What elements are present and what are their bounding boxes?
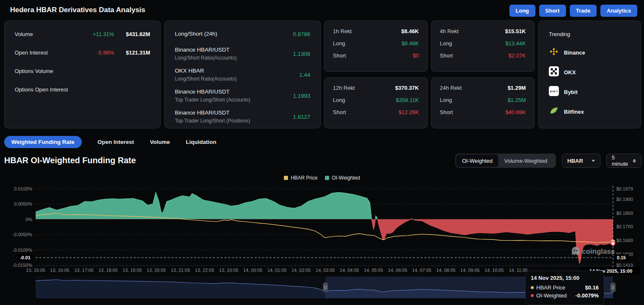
svg-text:-0.0150%: -0.0150% bbox=[13, 263, 32, 268]
ls-value: 1.8127 bbox=[293, 114, 310, 120]
svg-text:13, 20:05: 13, 20:05 bbox=[147, 268, 166, 273]
datazoom-handle[interactable] bbox=[323, 283, 328, 292]
trending-item-label: OKX bbox=[564, 69, 576, 76]
volume-label: Volume bbox=[15, 31, 33, 37]
options-open-interest-label: Options Open Interest bbox=[15, 86, 68, 93]
price-swatch bbox=[284, 176, 288, 180]
analytics-button[interactable]: Analytics bbox=[600, 5, 637, 17]
oi-weighted-dot-icon bbox=[531, 294, 534, 297]
trade-button[interactable]: Trade bbox=[570, 5, 597, 17]
ls-row: OKX HBARLong/Short Ratio(Accounts) 1.44 bbox=[175, 67, 310, 83]
open-interest-row: Open Interest -5.96% $121.31M bbox=[15, 50, 150, 56]
options-volume-label: Options Volume bbox=[15, 68, 53, 74]
trending-item-binance[interactable]: Binance bbox=[549, 47, 631, 57]
tab-volume[interactable]: Volume bbox=[150, 139, 170, 145]
rekt-title: 1h Rekt bbox=[333, 28, 352, 34]
chart-tabs: Weighted Funding Rate Open Interest Volu… bbox=[4, 136, 216, 148]
trending-item-label: Binance bbox=[564, 50, 585, 56]
rekt-total: $370.37K bbox=[395, 85, 419, 91]
chart-legend: HBAR Price OI-Weighted bbox=[0, 175, 644, 181]
svg-text:-0.0100%: -0.0100% bbox=[13, 248, 32, 253]
rekt-long-value: $358.11K bbox=[396, 97, 419, 103]
rekt-card-24h: 24h Rekt$1.29M Long$1.25M Short$40.69K bbox=[431, 77, 535, 128]
svg-text:0%: 0% bbox=[26, 217, 32, 222]
ls-sublabel: Top Trader Long/Short (Positions) bbox=[175, 118, 250, 124]
tooltip-time: 14 Nov 2025, 15:00 bbox=[531, 275, 599, 281]
app-root: Hedera HBAR Derivatives Data Analysis Lo… bbox=[0, 0, 644, 305]
svg-text:$0.1979: $0.1979 bbox=[616, 186, 633, 191]
rekt-short-label: Short bbox=[333, 52, 346, 59]
trending-item-bybit[interactable]: BYB!T Bybit bbox=[549, 87, 631, 97]
svg-text:14, 01:05: 14, 01:05 bbox=[267, 268, 287, 273]
segment-volume-weighted[interactable]: Volume-Weighted bbox=[499, 154, 553, 167]
ls-sublabel: Long/Short Ratio(Accounts) bbox=[175, 55, 236, 61]
svg-text:14, 09:05: 14, 09:05 bbox=[460, 268, 480, 273]
ls-row: Binance HBAR/USDTLong/Short Ratio(Accoun… bbox=[175, 46, 310, 62]
rekt-short-value: $0 bbox=[413, 52, 419, 59]
page-title: Hedera HBAR Derivatives Data Analysis bbox=[10, 6, 145, 14]
rekt-short-label: Short bbox=[440, 109, 453, 115]
long-button[interactable]: Long bbox=[509, 5, 535, 17]
tab-weighted-funding-rate[interactable]: Weighted Funding Rate bbox=[4, 136, 82, 148]
okx-icon bbox=[549, 66, 559, 78]
legend-label: OI-Weighted bbox=[332, 175, 360, 181]
options-open-interest-row: Options Open Interest bbox=[15, 86, 150, 93]
tab-open-interest[interactable]: Open Interest bbox=[98, 139, 134, 145]
updown-icon bbox=[633, 159, 636, 163]
rekt-long-label: Long bbox=[440, 40, 452, 47]
ls-value: 1.1308 bbox=[293, 51, 310, 57]
rekt-long-label: Long bbox=[333, 97, 345, 103]
short-button[interactable]: Short bbox=[539, 5, 566, 17]
volume-value: $431.62M bbox=[114, 31, 150, 37]
legend-item-oi-weighted[interactable]: OI-Weighted bbox=[325, 175, 360, 181]
ls-value: 1.44 bbox=[299, 72, 310, 78]
svg-text:14, 11:05: 14, 11:05 bbox=[509, 268, 528, 273]
rekt-short-label: Short bbox=[333, 109, 346, 115]
ls-row: Binance HBAR/USDTTop Trader Long/Short (… bbox=[175, 88, 310, 104]
open-interest-value: $121.31M bbox=[114, 50, 150, 56]
svg-text:14, 06:05: 14, 06:05 bbox=[388, 268, 407, 273]
header-buttons: Long Short Trade Analytics bbox=[509, 5, 637, 17]
svg-text:14, 07:05: 14, 07:05 bbox=[412, 268, 431, 273]
segment-oi-weighted[interactable]: OI-Weighted bbox=[456, 154, 499, 167]
ls-label: Binance HBAR/USDT bbox=[175, 109, 250, 117]
symbol-select[interactable]: HBAR bbox=[562, 154, 600, 168]
svg-text:14, 00:05: 14, 00:05 bbox=[243, 268, 262, 273]
trending-item-label: Bybit bbox=[564, 89, 578, 95]
svg-text:14, 04:05: 14, 04:05 bbox=[340, 268, 359, 273]
ls-sublabel: Long/Short Ratio(Accounts) bbox=[175, 76, 236, 82]
svg-text:$0.1900: $0.1900 bbox=[616, 197, 633, 202]
svg-text:0.0050%: 0.0050% bbox=[14, 201, 33, 206]
tab-liquidation[interactable]: Liquidation bbox=[186, 139, 216, 145]
legend-item-price[interactable]: HBAR Price bbox=[284, 175, 317, 181]
interval-select[interactable]: 5 minute bbox=[606, 154, 641, 168]
svg-text:$0.1600: $0.1600 bbox=[616, 238, 633, 243]
svg-text:14, 03:05: 14, 03:05 bbox=[316, 268, 335, 273]
bybit-icon: BYB!T bbox=[549, 86, 559, 98]
svg-text:13, 19:05: 13, 19:05 bbox=[122, 268, 142, 273]
chevron-down-icon bbox=[592, 160, 595, 162]
chart-tooltip: 14 Nov 2025, 15:00 HBAR Price $0.16 OI-W… bbox=[525, 271, 604, 305]
trending-item-bitfinex[interactable]: Bitfinex bbox=[549, 107, 631, 117]
svg-text:$0.1419: $0.1419 bbox=[616, 263, 633, 268]
rekt-title: 24h Rekt bbox=[440, 85, 462, 91]
weighting-segmented-control: OI-Weighted Volume-Weighted bbox=[455, 154, 556, 168]
trending-title: Trending bbox=[549, 31, 631, 37]
rekt-title: 4h Rekt bbox=[440, 28, 459, 34]
legend-label: HBAR Price bbox=[291, 175, 317, 181]
trending-card: Trending Binance OKX BYB!T Bybit Bitfine… bbox=[538, 21, 641, 128]
ls-sublabel: Top Trader Long/Short (Accounts) bbox=[175, 97, 250, 103]
trending-item-okx[interactable]: OKX bbox=[549, 67, 631, 77]
rekt-total: $15.51K bbox=[505, 28, 526, 34]
svg-text:0.0100%: 0.0100% bbox=[14, 186, 33, 191]
svg-text:$0.1700: $0.1700 bbox=[616, 224, 633, 229]
svg-text:0.15: 0.15 bbox=[617, 255, 626, 260]
tooltip-series-name: HBAR Price bbox=[536, 284, 565, 291]
svg-text:$0.1800: $0.1800 bbox=[616, 211, 633, 216]
rekt-card-1h: 1h Rekt$8.46K Long$8.46K Short$0 bbox=[324, 21, 428, 72]
rekt-long-label: Long bbox=[333, 40, 345, 47]
datazoom-handle[interactable] bbox=[611, 283, 615, 292]
tooltip-series-name: OI-Weighted bbox=[536, 292, 567, 299]
rekt-short-label: Short bbox=[440, 52, 453, 59]
svg-text:13, 21:05: 13, 21:05 bbox=[171, 268, 190, 273]
